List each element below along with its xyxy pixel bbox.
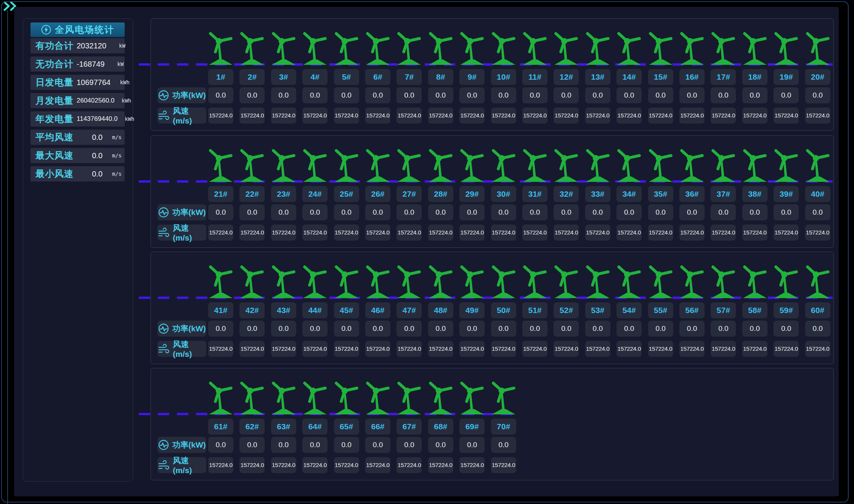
turbine-id-badge[interactable]: 69# — [459, 419, 485, 435]
wind-turbine-icon — [490, 381, 518, 415]
turbine-id-badge[interactable]: 11# — [522, 69, 547, 85]
turbine-id-badge[interactable]: 38# — [742, 186, 767, 202]
turbine-id-badge[interactable]: 50# — [491, 302, 516, 318]
turbine-id-badge[interactable]: 40# — [805, 186, 830, 202]
turbine-id-badge[interactable]: 29# — [459, 186, 485, 202]
turbine-wind-speed-value: 157224.0 — [208, 225, 233, 241]
turbine-id-badge[interactable]: 35# — [648, 186, 673, 202]
turbine-id-badge[interactable]: 60# — [805, 302, 830, 318]
turbine-column: 65# 0.0 157224.0 — [334, 368, 359, 481]
turbine-id-badge[interactable]: 59# — [774, 302, 799, 318]
turbine-id-badge[interactable]: 7# — [396, 69, 422, 85]
turbine-power-value: 0.0 — [616, 87, 642, 103]
turbine-id-badge[interactable]: 65# — [334, 419, 359, 435]
turbine-id-badge[interactable]: 56# — [679, 302, 705, 318]
turbine-id-badge[interactable]: 4# — [302, 69, 327, 85]
turbine-id-badge[interactable]: 30# — [491, 186, 516, 202]
turbine-wind-speed-value: 157224.0 — [679, 341, 705, 357]
turbine-id-badge[interactable]: 37# — [711, 186, 736, 202]
turbine-wind-speed-value: 157224.0 — [585, 341, 610, 357]
wind-turbine-icon — [238, 31, 266, 66]
turbine-id-badge[interactable]: 51# — [522, 302, 547, 318]
turbine-power-value: 0.0 — [742, 321, 767, 337]
turbine-id-badge[interactable]: 8# — [428, 69, 453, 85]
turbine-column: 53# 0.0 157224.0 — [585, 252, 610, 364]
turbine-id-badge[interactable]: 16# — [679, 69, 705, 85]
turbine-id-badge[interactable]: 17# — [711, 69, 736, 85]
wind-turbine-icon — [552, 31, 580, 66]
turbine-id-badge[interactable]: 68# — [428, 419, 453, 435]
turbine-id-badge[interactable]: 5# — [334, 69, 359, 85]
turbine-column: 51# 0.0 157224.0 — [522, 252, 547, 364]
turbine-id-badge[interactable]: 1# — [208, 69, 233, 85]
wind-turbine-icon — [395, 381, 423, 415]
turbine-id-badge[interactable]: 66# — [365, 419, 390, 435]
turbine-id-badge[interactable]: 64# — [302, 419, 327, 435]
turbine-id-badge[interactable]: 21# — [208, 186, 233, 202]
turbine-id-badge[interactable]: 47# — [396, 302, 422, 318]
turbine-id-badge[interactable]: 25# — [334, 186, 359, 202]
stats-panel-header: 全风电场统计 — [30, 22, 125, 37]
wind-turbine-icon — [584, 265, 612, 299]
wind-turbine-icon — [647, 31, 675, 66]
turbine-id-badge[interactable]: 3# — [271, 69, 296, 85]
turbine-power-value: 0.0 — [334, 437, 359, 453]
turbine-id-badge[interactable]: 34# — [616, 186, 642, 202]
turbine-id-badge[interactable]: 14# — [616, 69, 642, 85]
turbine-id-badge[interactable]: 52# — [554, 302, 579, 318]
turbine-id-badge[interactable]: 12# — [554, 69, 579, 85]
turbine-id-badge[interactable]: 31# — [522, 186, 547, 202]
turbine-id-badge[interactable]: 19# — [774, 69, 799, 85]
turbine-id-badge[interactable]: 63# — [271, 419, 296, 435]
wind-turbine-icon — [395, 265, 423, 299]
turbine-wind-speed-value: 157224.0 — [616, 341, 642, 357]
turbine-id-badge[interactable]: 46# — [365, 302, 390, 318]
turbine-id-badge[interactable]: 18# — [742, 69, 767, 85]
stat-label: 月发电量 — [35, 95, 77, 107]
turbine-id-badge[interactable]: 13# — [585, 69, 610, 85]
stat-value: 2032120 — [77, 42, 110, 50]
turbine-id-badge[interactable]: 61# — [208, 419, 233, 435]
turbine-id-badge[interactable]: 26# — [365, 186, 390, 202]
turbine-id-badge[interactable]: 6# — [365, 69, 390, 85]
turbine-id-badge[interactable]: 9# — [459, 69, 485, 85]
turbine-id-badge[interactable]: 58# — [742, 302, 767, 318]
wind-turbine-icon — [490, 31, 518, 66]
turbine-id-badge[interactable]: 42# — [239, 302, 265, 318]
wind-turbine-icon — [427, 381, 455, 415]
turbine-column: 69# 0.0 157224.0 — [459, 368, 485, 481]
turbine-id-badge[interactable]: 15# — [648, 69, 673, 85]
turbine-id-badge[interactable]: 23# — [271, 186, 296, 202]
turbine-id-badge[interactable]: 24# — [302, 186, 327, 202]
turbine-id-badge[interactable]: 67# — [396, 419, 422, 435]
turbine-power-value: 0.0 — [805, 204, 830, 220]
turbine-id-badge[interactable]: 20# — [805, 69, 830, 85]
turbine-wind-speed-value: 157224.0 — [271, 225, 296, 241]
turbine-id-badge[interactable]: 45# — [334, 302, 359, 318]
turbine-id-badge[interactable]: 57# — [711, 302, 736, 318]
turbine-id-badge[interactable]: 22# — [239, 186, 265, 202]
turbine-id-badge[interactable]: 28# — [428, 186, 453, 202]
turbine-id-badge[interactable]: 44# — [302, 302, 327, 318]
turbine-id-badge[interactable]: 33# — [585, 186, 610, 202]
turbine-id-badge[interactable]: 2# — [239, 69, 265, 85]
turbine-id-badge[interactable]: 49# — [459, 302, 485, 318]
turbine-id-badge[interactable]: 36# — [679, 186, 705, 202]
turbine-id-badge[interactable]: 53# — [585, 302, 610, 318]
turbine-power-value: 0.0 — [491, 321, 516, 337]
turbine-id-badge[interactable]: 10# — [491, 69, 516, 85]
turbine-id-badge[interactable]: 32# — [554, 186, 579, 202]
turbine-wind-speed-value: 157224.0 — [396, 341, 422, 357]
turbine-id-badge[interactable]: 54# — [616, 302, 642, 318]
turbine-id-badge[interactable]: 62# — [239, 419, 265, 435]
turbine-id-badge[interactable]: 41# — [208, 302, 233, 318]
turbine-wind-speed-value: 157224.0 — [365, 108, 390, 124]
turbine-power-value: 0.0 — [208, 204, 233, 220]
turbine-wind-speed-value: 157224.0 — [711, 225, 736, 241]
turbine-id-badge[interactable]: 48# — [428, 302, 453, 318]
turbine-id-badge[interactable]: 27# — [396, 186, 422, 202]
turbine-id-badge[interactable]: 39# — [774, 186, 799, 202]
turbine-id-badge[interactable]: 70# — [491, 419, 516, 435]
turbine-id-badge[interactable]: 55# — [648, 302, 673, 318]
turbine-id-badge[interactable]: 43# — [271, 302, 296, 318]
